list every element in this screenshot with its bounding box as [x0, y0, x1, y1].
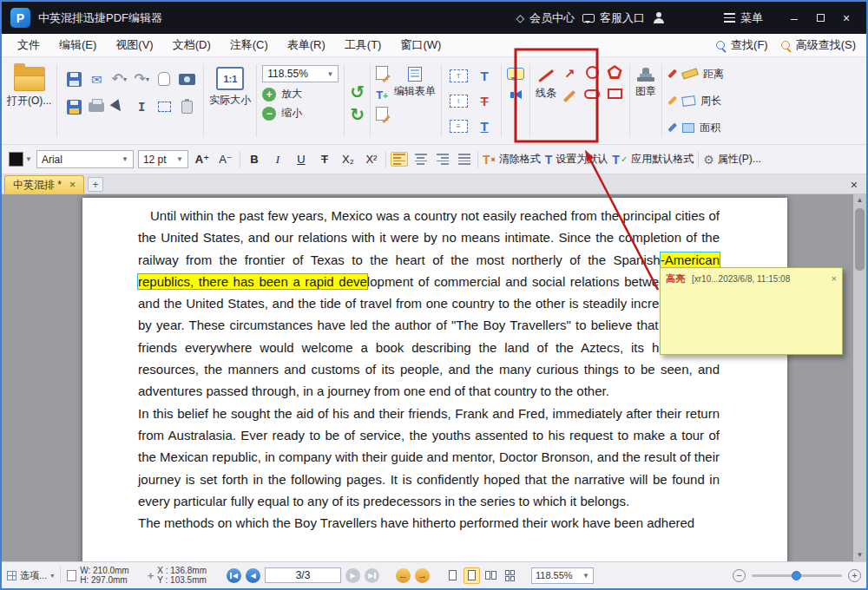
note-close-icon[interactable]: ×	[832, 274, 837, 284]
select-tool-button[interactable]	[108, 96, 130, 118]
vertical-scrollbar[interactable]: ▲ ▼	[853, 194, 866, 561]
maximize-icon[interactable]	[809, 8, 832, 29]
multi-page-button[interactable]	[502, 567, 518, 584]
superscript-button[interactable]: X²	[362, 150, 381, 169]
menu-comment[interactable]: 注释(C)	[221, 34, 277, 56]
menu-form[interactable]: 表单(R)	[279, 34, 334, 56]
properties-button[interactable]: ⚙ 属性(P)...	[703, 152, 761, 167]
freehand-tool-button[interactable]	[562, 86, 576, 102]
menu-window[interactable]: 窗口(W)	[391, 34, 450, 56]
decrease-font-button[interactable]: A⁻	[216, 150, 235, 169]
font-family-dropdown[interactable]: Arial ▼	[36, 150, 134, 168]
text-field-tool-button[interactable]: ≡	[450, 120, 468, 133]
minimize-icon[interactable]: –	[783, 8, 806, 29]
audio-comment-button[interactable]	[510, 90, 522, 99]
underline-button[interactable]: U	[292, 150, 311, 169]
pdf-page[interactable]: Until within the past few years, Mexico …	[82, 198, 787, 561]
save-as-button[interactable]	[63, 96, 85, 118]
document-tab[interactable]: 中英混排 * ×	[4, 175, 84, 193]
zoom-slider-plus-button[interactable]: +	[848, 569, 861, 582]
typewriter-tool-button[interactable]: T	[481, 69, 489, 84]
cloud-tool-button[interactable]	[584, 87, 600, 102]
edit-content-button[interactable]	[376, 66, 388, 83]
clear-format-button[interactable]: T× 清除格式	[483, 152, 541, 167]
text-color-button[interactable]: ▼	[9, 152, 32, 167]
menu-file[interactable]: 文件	[9, 34, 49, 56]
last-page-button[interactable]: ▶	[365, 568, 379, 583]
next-view-button[interactable]: →	[415, 568, 430, 583]
menu-view[interactable]: 视图(V)	[107, 34, 161, 56]
subscript-button[interactable]: X₂	[339, 150, 358, 169]
edit-form-button[interactable]: 编辑表单	[392, 60, 437, 141]
polygon-tool-button[interactable]	[608, 65, 622, 82]
sticky-note-button[interactable]	[507, 68, 524, 83]
add-text-button[interactable]: T+	[376, 88, 388, 102]
italic-button[interactable]: I	[268, 150, 287, 169]
first-page-button[interactable]: ◀	[227, 568, 241, 583]
hand-tool-button[interactable]	[154, 69, 175, 90]
perimeter-tool-button[interactable]: 周长	[667, 88, 721, 113]
account-button[interactable]	[653, 12, 664, 23]
options-dropdown[interactable]: 选项... ▾	[7, 569, 54, 582]
single-page-button[interactable]	[444, 567, 461, 584]
text-box-tool-button[interactable]: T	[450, 69, 468, 82]
line-tool-button[interactable]: 线条	[534, 60, 558, 141]
actual-size-button[interactable]: 1:1 实际大小	[207, 60, 253, 141]
increase-font-button[interactable]: A⁺	[193, 150, 212, 169]
area-tool-button[interactable]: 面积	[667, 115, 720, 140]
stamp-button[interactable]: 图章	[634, 60, 658, 141]
menu-edit[interactable]: 编辑(E)	[50, 34, 105, 56]
page-number-input[interactable]: 3/3	[265, 567, 341, 583]
clipboard-button[interactable]	[176, 96, 198, 118]
main-menu-button[interactable]: 菜单	[724, 10, 763, 26]
apply-default-button[interactable]: T✓ 应用默认格式	[612, 152, 694, 167]
arrow-tool-icon[interactable]: ↗	[564, 67, 575, 80]
snapshot-button[interactable]	[176, 69, 198, 90]
menu-document[interactable]: 文档(D)	[164, 34, 220, 56]
area-select-button[interactable]	[154, 96, 175, 118]
scrollbar-thumb[interactable]	[855, 208, 865, 271]
zoom-slider-thumb[interactable]	[792, 571, 801, 580]
close-document-icon[interactable]: ×	[845, 178, 864, 193]
redo-button[interactable]: ↷▾	[131, 69, 153, 90]
close-icon[interactable]: ×	[835, 8, 858, 29]
zoom-level-dropdown[interactable]: 118.55% ▼	[262, 65, 339, 82]
zoom-slider[interactable]	[752, 574, 842, 577]
underline-tool-button[interactable]: T	[481, 119, 489, 134]
next-page-button[interactable]: ▶	[345, 568, 360, 583]
ellipse-tool-button[interactable]	[586, 66, 599, 82]
customer-service-button[interactable]: 客服入口	[582, 10, 645, 26]
scroll-up-icon[interactable]: ▲	[857, 194, 864, 206]
align-left-button[interactable]	[391, 152, 408, 167]
strikethrough-button[interactable]: T	[315, 150, 334, 169]
bold-button[interactable]: B	[245, 150, 264, 169]
open-button[interactable]: 打开(O)...	[5, 60, 53, 141]
callout-box-tool-button[interactable]: I	[450, 95, 468, 108]
edit-object-button[interactable]	[376, 107, 388, 124]
advanced-find-button[interactable]: 高级查找(S)	[780, 37, 856, 53]
export-button[interactable]: ✉	[86, 69, 108, 90]
annotation-note[interactable]: 高亮 [xr10...2023/6/8, 11:15:08 ×	[660, 267, 843, 355]
two-page-button[interactable]	[483, 567, 499, 584]
tab-close-icon[interactable]: ×	[69, 180, 76, 190]
zoom-out-button[interactable]: − 缩小	[262, 106, 339, 121]
align-right-button[interactable]	[434, 152, 451, 167]
align-center-button[interactable]	[412, 152, 430, 167]
strikeout-tool-button[interactable]: T	[481, 94, 489, 109]
rotate-right-icon[interactable]: ↻	[350, 106, 365, 123]
distance-tool-button[interactable]: 距离	[667, 62, 724, 86]
rectangle-tool-button[interactable]	[608, 87, 622, 102]
fit-width-button[interactable]	[464, 567, 480, 584]
zoom-in-button[interactable]: + 放大	[262, 87, 339, 102]
text-select-button[interactable]: I	[131, 96, 153, 118]
statusbar-zoom-dropdown[interactable]: 118.55% ▼	[531, 567, 594, 584]
member-center-button[interactable]: ◇ 会员中心	[516, 10, 575, 26]
rotate-left-icon[interactable]: ↺	[350, 83, 365, 101]
undo-button[interactable]: ↶▾	[108, 69, 130, 90]
scroll-down-icon[interactable]: ▼	[857, 549, 864, 561]
new-tab-button[interactable]: +	[88, 177, 103, 192]
set-default-button[interactable]: T 设置为默认	[545, 152, 608, 167]
font-size-dropdown[interactable]: 12 pt ▼	[138, 150, 188, 168]
previous-view-button[interactable]: ←	[396, 568, 411, 583]
print-button[interactable]	[86, 96, 108, 118]
